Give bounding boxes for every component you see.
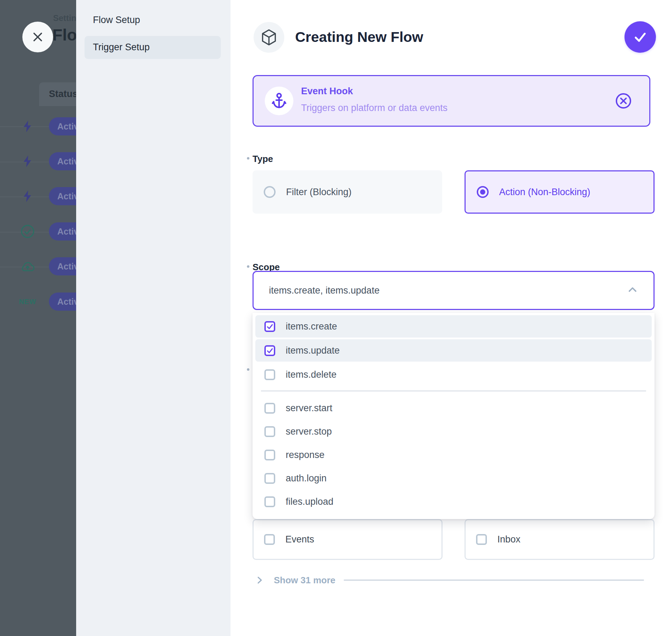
- anchor-icon: [265, 87, 293, 115]
- close-drawer-button[interactable]: [22, 22, 53, 52]
- scope-option-server-start[interactable]: server.start: [255, 397, 652, 419]
- scope-select[interactable]: items.create, items.update: [253, 271, 655, 310]
- status-badge: Active: [49, 222, 76, 241]
- creating-new-flow-screen: Settings Flows Status Active Active Acti…: [0, 0, 672, 636]
- status-badge: Active: [49, 293, 76, 311]
- status-badge: Active: [49, 117, 76, 135]
- checkbox-unchecked-icon: [264, 369, 275, 380]
- collection-card-inbox[interactable]: Inbox: [465, 519, 655, 560]
- table-row: NEW Active: [0, 284, 76, 319]
- show-more-divider: [344, 579, 644, 581]
- scope-option-response[interactable]: response: [255, 444, 652, 466]
- flow-cube-icon: [254, 22, 284, 53]
- scope-option-items-update[interactable]: items.update: [255, 339, 652, 362]
- bolt-icon: [20, 188, 36, 204]
- checkbox-unchecked-icon: [476, 534, 487, 545]
- scope-option-files-upload[interactable]: files.upload: [255, 490, 652, 513]
- nav-item-trigger-setup[interactable]: Trigger Setup: [93, 42, 150, 53]
- table-row: Active: [0, 179, 76, 214]
- check-circle-icon: [20, 223, 36, 239]
- breadcrumb: Settings: [53, 13, 76, 23]
- type-section-label: Type: [253, 154, 273, 164]
- new-label: NEW: [20, 294, 36, 310]
- trigger-type-subtitle: Triggers on platform or data events: [301, 103, 447, 113]
- dialog-title: Creating New Flow: [295, 29, 423, 45]
- save-flow-button[interactable]: [624, 21, 656, 53]
- table-row: Active: [0, 214, 76, 249]
- required-dot: [247, 368, 249, 371]
- bolt-icon: [20, 118, 36, 134]
- required-dot: [247, 265, 249, 268]
- chevron-right-icon: [254, 575, 265, 585]
- scope-options-dropdown: items.create items.update items.delete s…: [253, 313, 655, 519]
- type-option-filter[interactable]: Filter (Blocking): [253, 170, 442, 214]
- type-option-action[interactable]: Action (Non-Blocking): [465, 170, 655, 214]
- scope-select-value: items.create, items.update: [269, 285, 380, 296]
- close-icon: [30, 30, 45, 44]
- status-badge: Active: [49, 257, 76, 275]
- dimmed-background: Settings Flows Status Active Active Acti…: [0, 0, 76, 636]
- nav-item-flow-setup[interactable]: Flow Setup: [93, 15, 140, 25]
- x-circle-icon: [614, 91, 633, 111]
- cloud-upload-icon: [20, 258, 36, 274]
- bolt-icon: [20, 153, 36, 169]
- collection-card-events[interactable]: Events: [253, 519, 443, 560]
- status-badge: Active: [49, 187, 76, 205]
- required-dot: [247, 157, 249, 160]
- checkbox-unchecked-icon: [264, 450, 275, 460]
- page-title-flows: Flows: [52, 25, 76, 44]
- checkbox-unchecked-icon: [264, 496, 275, 507]
- radio-off-icon: [264, 186, 276, 198]
- checkbox-unchecked-icon: [264, 534, 275, 545]
- table-row: Active: [0, 249, 76, 284]
- checkbox-unchecked-icon: [264, 473, 275, 484]
- table-row: Active: [0, 144, 76, 179]
- radio-on-icon: [477, 186, 489, 198]
- drawer-nav: Flow Setup Trigger Setup: [76, 0, 231, 636]
- trigger-type-title: Event Hook: [301, 86, 353, 97]
- checkbox-unchecked-icon: [264, 403, 275, 414]
- table-row: Active: [0, 109, 76, 144]
- scope-option-items-delete[interactable]: items.delete: [255, 363, 652, 386]
- checkbox-unchecked-icon: [264, 426, 275, 437]
- show-more-button[interactable]: Show 31 more: [254, 572, 655, 588]
- status-column-header: Status: [39, 82, 76, 106]
- event-hook-banner[interactable]: Event Hook Triggers on platform or data …: [253, 75, 650, 127]
- status-badge: Active: [49, 152, 76, 170]
- checkbox-checked-icon: [264, 321, 275, 332]
- chevron-up-icon: [626, 283, 640, 298]
- scope-option-items-create[interactable]: items.create: [255, 315, 652, 338]
- deselect-trigger-button[interactable]: [614, 91, 633, 111]
- checkbox-checked-icon: [264, 345, 275, 356]
- check-icon: [632, 29, 649, 45]
- dropdown-divider: [261, 391, 646, 391]
- scope-option-server-stop[interactable]: server.stop: [255, 420, 652, 443]
- scope-option-auth-login[interactable]: auth.login: [255, 467, 652, 489]
